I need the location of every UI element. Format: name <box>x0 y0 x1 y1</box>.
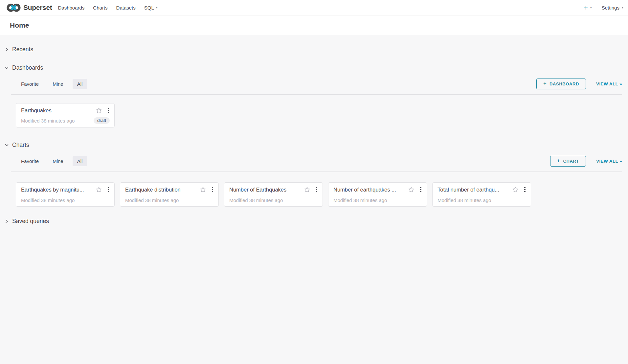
favorite-star-icon[interactable] <box>200 186 206 193</box>
dashboards-tab-mine[interactable]: Mine <box>48 79 68 89</box>
dashboards-card-list: Earthquakes Modified 38 minutes ago draf… <box>0 103 628 127</box>
home-content: Recents Dashboards Favorite Mine All + D… <box>0 35 628 227</box>
charts-submenu: Favorite Mine All + CHART VIEW ALL » <box>11 150 622 172</box>
chart-card-title[interactable]: Number of Earthquakes <box>229 187 286 193</box>
settings-label: Settings <box>602 5 619 11</box>
plus-icon: + <box>543 81 547 86</box>
settings-menu-button[interactable]: Settings ▾ <box>602 5 623 11</box>
chart-card[interactable]: Earthquakes by magnitu... Modified 38 mi… <box>16 182 115 207</box>
card-footer: Modified 38 minutes ago draft <box>21 117 110 124</box>
new-chart-button[interactable]: + CHART <box>550 156 586 167</box>
favorite-star-icon[interactable] <box>408 186 415 193</box>
charts-view-all-link[interactable]: VIEW ALL » <box>596 159 622 164</box>
main-nav: Dashboards Charts Datasets SQL ▾ <box>54 0 162 15</box>
chart-card-title[interactable]: Earthquake distribution <box>125 187 181 193</box>
charts-card-list: Earthquakes by magnitu... Modified 38 mi… <box>0 182 628 207</box>
card-modified-text: Modified 38 minutes ago <box>21 197 75 203</box>
dashboards-tab-favorite[interactable]: Favorite <box>16 79 43 89</box>
card-header: Total number of earthqu... <box>437 186 526 193</box>
chevron-right-icon <box>5 219 9 223</box>
card-header: Number of earthquakes ... <box>333 186 422 193</box>
card-footer: Modified 38 minutes ago <box>437 197 526 203</box>
superset-logo[interactable]: Superset <box>7 3 52 12</box>
new-item-menu-button[interactable]: + ▾ <box>584 4 592 11</box>
card-header: Earthquake distribution <box>125 186 214 193</box>
nav-item-sql-label: SQL <box>144 5 154 11</box>
card-modified-text: Modified 38 minutes ago <box>125 197 179 203</box>
chart-card-title[interactable]: Earthquakes by magnitu... <box>21 187 84 193</box>
chevron-down-icon <box>5 143 9 147</box>
card-menu-kebab-icon[interactable] <box>107 107 110 113</box>
chart-card[interactable]: Earthquake distribution Modified 38 minu… <box>120 182 219 207</box>
charts-tab-all[interactable]: All <box>73 156 87 166</box>
card-footer: Modified 38 minutes ago <box>125 197 214 203</box>
chart-card[interactable]: Number of Earthquakes Modified 38 minute… <box>224 182 323 207</box>
card-footer: Modified 38 minutes ago <box>333 197 422 203</box>
dashboard-card-earthquakes[interactable]: Earthquakes Modified 38 minutes ago draf… <box>16 103 115 127</box>
saved-queries-section-label: Saved queries <box>12 218 49 225</box>
brand-name: Superset <box>23 4 52 11</box>
dashboards-section-label: Dashboards <box>12 64 43 71</box>
card-modified-text: Modified 38 minutes ago <box>333 197 387 203</box>
nav-item-charts[interactable]: Charts <box>89 0 112 15</box>
superset-infinity-icon <box>7 3 21 12</box>
card-menu-kebab-icon[interactable] <box>211 187 214 193</box>
favorite-star-icon[interactable] <box>512 186 519 193</box>
dashboard-card-title[interactable]: Earthquakes <box>21 107 52 114</box>
saved-queries-section-toggle[interactable]: Saved queries <box>0 216 628 227</box>
recents-section-label: Recents <box>12 46 33 53</box>
charts-section-toggle[interactable]: Charts <box>0 139 628 150</box>
chart-card[interactable]: Total number of earthqu... Modified 38 m… <box>432 182 531 207</box>
dashboards-view-all-link[interactable]: VIEW ALL » <box>596 81 622 86</box>
card-actions <box>200 186 214 193</box>
card-modified-text: Modified 38 minutes ago <box>229 197 283 203</box>
dashboards-submenu: Favorite Mine All + DASHBOARD VIEW ALL » <box>11 73 622 95</box>
card-header: Number of Earthquakes <box>229 186 318 193</box>
card-actions <box>96 107 110 114</box>
dashboards-submenu-actions: + DASHBOARD VIEW ALL » <box>536 79 622 89</box>
card-menu-kebab-icon[interactable] <box>524 187 526 193</box>
dashboards-tab-all[interactable]: All <box>73 79 87 89</box>
charts-tab-favorite[interactable]: Favorite <box>16 156 43 166</box>
favorite-star-icon[interactable] <box>96 107 102 114</box>
card-menu-kebab-icon[interactable] <box>419 187 422 193</box>
charts-section-label: Charts <box>12 142 29 148</box>
plus-icon: + <box>584 4 588 11</box>
chart-card-title[interactable]: Number of earthquakes ... <box>333 187 396 193</box>
card-footer: Modified 38 minutes ago <box>21 197 110 203</box>
card-actions <box>512 186 526 193</box>
nav-item-dashboards[interactable]: Dashboards <box>54 0 89 15</box>
recents-section-toggle[interactable]: Recents <box>0 44 628 55</box>
card-actions <box>408 186 422 193</box>
chevron-right-icon <box>5 47 9 52</box>
dashboards-section-toggle[interactable]: Dashboards <box>0 62 628 73</box>
new-chart-button-label: CHART <box>563 159 579 164</box>
card-actions <box>96 186 110 193</box>
favorite-star-icon[interactable] <box>304 186 310 193</box>
card-header: Earthquakes by magnitu... <box>21 186 110 193</box>
nav-item-sql[interactable]: SQL ▾ <box>140 0 162 15</box>
card-menu-kebab-icon[interactable] <box>315 187 318 193</box>
caret-down-icon: ▾ <box>590 6 592 9</box>
card-menu-kebab-icon[interactable] <box>107 187 110 193</box>
chart-card-title[interactable]: Total number of earthqu... <box>437 187 499 193</box>
card-actions <box>304 186 318 193</box>
caret-down-icon: ▾ <box>622 6 623 9</box>
chart-card[interactable]: Number of earthquakes ... Modified 38 mi… <box>328 182 427 207</box>
charts-submenu-actions: + CHART VIEW ALL » <box>550 156 622 167</box>
draft-status-badge: draft <box>94 117 110 124</box>
favorite-star-icon[interactable] <box>96 186 102 193</box>
charts-tabs: Favorite Mine All <box>11 156 92 166</box>
plus-icon: + <box>557 158 560 164</box>
navbar-right: + ▾ Settings ▾ <box>584 4 623 11</box>
nav-item-datasets[interactable]: Datasets <box>112 0 140 15</box>
dashboards-tabs: Favorite Mine All <box>11 79 92 89</box>
charts-tab-mine[interactable]: Mine <box>48 156 68 166</box>
new-dashboard-button[interactable]: + DASHBOARD <box>536 79 586 89</box>
page-title-bar: Home <box>0 15 628 35</box>
card-header: Earthquakes <box>21 107 110 114</box>
top-navbar: Superset Dashboards Charts Datasets SQL … <box>0 0 628 15</box>
card-modified-text: Modified 38 minutes ago <box>437 197 491 203</box>
card-modified-text: Modified 38 minutes ago <box>21 118 75 124</box>
new-dashboard-button-label: DASHBOARD <box>550 81 579 86</box>
